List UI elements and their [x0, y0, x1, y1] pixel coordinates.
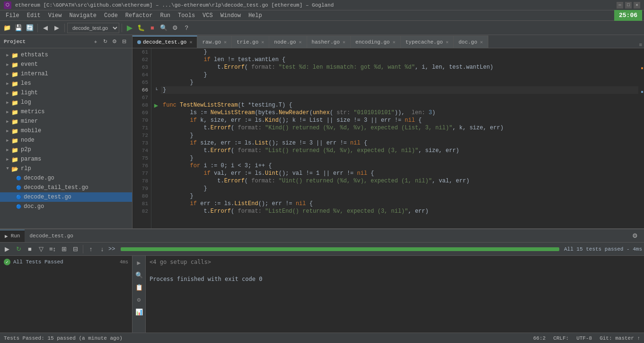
- sort-btn[interactable]: ≡↕: [47, 244, 58, 254]
- line-num-63: 63: [132, 63, 151, 71]
- tab-decode-test[interactable]: decode_test.go ✕: [132, 36, 197, 48]
- sidebar-item-miner[interactable]: ▶ 📁 miner: [0, 117, 132, 126]
- expand-btn[interactable]: ⊞: [59, 244, 69, 254]
- gutter-mark-1: [641, 67, 643, 69]
- sidebar-item-decode-tail-test[interactable]: 🔵 decode_tail_test.go: [0, 183, 132, 192]
- tab-close-btn[interactable]: ✕: [393, 39, 396, 45]
- menu-view[interactable]: View: [44, 11, 66, 20]
- collapse-btn[interactable]: ⊟: [70, 244, 80, 254]
- tab-close-btn[interactable]: ✕: [189, 39, 192, 45]
- toolbar-save-btn[interactable]: 💾: [13, 23, 24, 33]
- bottom-settings-btn[interactable]: ⚙: [630, 231, 640, 241]
- run-icon: ▶: [5, 233, 8, 239]
- toolbar-gear-btn[interactable]: ⚙: [170, 23, 180, 33]
- run-item-all-tests[interactable]: ✓ All Tests Passed 4ms: [0, 258, 132, 266]
- tab-close-btn[interactable]: ✕: [299, 39, 302, 45]
- sidebar-item-label: miner: [21, 118, 38, 125]
- menu-help[interactable]: Help: [245, 11, 266, 20]
- bottom-tab-run[interactable]: ▶ Run: [0, 230, 25, 242]
- sidebar-item-ethstats[interactable]: ▶ 📁 ethstats: [0, 50, 132, 60]
- stop-btn[interactable]: ■: [147, 23, 158, 33]
- menu-code[interactable]: Code: [100, 11, 122, 20]
- tab-hasher[interactable]: hasher.go ✕: [307, 36, 351, 48]
- sidebar-item-event[interactable]: ▶ 📁 event: [0, 60, 132, 69]
- sidebar-collapse-btn[interactable]: ⊟: [120, 37, 128, 46]
- tab-trie[interactable]: trie.go ✕: [232, 36, 269, 48]
- status-line-ending: CRLF:: [553, 335, 569, 341]
- toolbar-back-btn[interactable]: ◀: [40, 23, 51, 33]
- file-dropdown[interactable]: decode_test.go: [67, 23, 119, 33]
- sidebar-item-rlp[interactable]: ▼ 📂 rlp: [0, 164, 132, 173]
- output-line-2: [150, 266, 640, 275]
- sidebar-sync-btn[interactable]: ↻: [101, 37, 109, 46]
- bottom-icon-1[interactable]: ▶: [134, 258, 144, 268]
- toolbar-separator-2: [64, 24, 65, 32]
- tab-close-btn[interactable]: ✕: [261, 39, 264, 45]
- tab-node[interactable]: node.go ✕: [269, 36, 307, 48]
- sidebar-item-decode-test[interactable]: 🔵 decode_test.go: [0, 192, 132, 202]
- run-tests-btn[interactable]: ▶: [2, 244, 12, 254]
- filter-btn[interactable]: ▽: [36, 244, 46, 254]
- rerun-tests-btn[interactable]: ↻: [13, 244, 24, 254]
- close-button[interactable]: ✕: [634, 2, 640, 9]
- toolbar-sync-btn[interactable]: 🔄: [25, 23, 35, 33]
- gutter-76: [151, 162, 161, 170]
- sidebar-item-internal[interactable]: ▶ 📁 internal: [0, 69, 132, 79]
- sidebar-item-decode-go[interactable]: 🔵 decode.go: [0, 173, 132, 183]
- output-line-1: <4 go setup calls>: [150, 258, 640, 266]
- menu-tools[interactable]: Tools: [174, 11, 199, 20]
- tab-close-btn[interactable]: ✕: [343, 39, 345, 45]
- menu-file[interactable]: File: [2, 11, 23, 20]
- tab-close-btn[interactable]: ✕: [224, 39, 227, 45]
- progress-bar: [121, 247, 559, 251]
- toolbar-expand-btn[interactable]: >>: [108, 246, 116, 253]
- prev-fail-btn[interactable]: ↑: [86, 244, 96, 254]
- sidebar-item-doc-go[interactable]: 🔵 doc.go: [0, 202, 132, 211]
- sidebar-item-params[interactable]: ▶ 📁 params: [0, 154, 132, 164]
- menu-vcs[interactable]: VCS: [199, 11, 217, 20]
- editor-tab-bar: decode_test.go ✕ raw.go ✕ trie.go ✕ node…: [132, 35, 644, 48]
- menu-run[interactable]: Run: [156, 11, 174, 20]
- sidebar-item-light[interactable]: ▶ 📁 light: [0, 88, 132, 98]
- menu-window[interactable]: Window: [217, 11, 245, 20]
- stop-tests-btn[interactable]: ■: [25, 244, 35, 254]
- sidebar-item-metrics[interactable]: ▶ 📁 metrics: [0, 107, 132, 117]
- toolbar-forward-btn[interactable]: ▶: [52, 23, 62, 33]
- toolbar-project-btn[interactable]: 📁: [2, 23, 12, 33]
- next-fail-btn[interactable]: ↓: [97, 244, 107, 254]
- bottom-icon-5[interactable]: 📊: [134, 307, 144, 317]
- tab-close-btn[interactable]: ✕: [446, 39, 449, 45]
- sidebar-settings-btn[interactable]: ⚙: [110, 37, 119, 46]
- toolbar-help-btn[interactable]: ?: [181, 23, 192, 33]
- run-btn[interactable]: ▶: [124, 23, 135, 33]
- menu-navigate[interactable]: Navigate: [65, 11, 100, 20]
- menu-edit[interactable]: Edit: [23, 11, 44, 20]
- bottom-icon-3[interactable]: 📋: [134, 282, 144, 293]
- line-num-71: 71: [132, 124, 151, 132]
- tab-typecache[interactable]: typecache.go ✕: [401, 36, 454, 48]
- toolbar-search-btn[interactable]: 🔍: [159, 23, 169, 33]
- progress-bar-container: [121, 247, 559, 251]
- gutter-75: [151, 154, 161, 162]
- sidebar-add-btn[interactable]: +: [91, 37, 100, 46]
- bottom-icon-4[interactable]: ⚙: [134, 295, 144, 305]
- sidebar-item-label: log: [21, 99, 31, 106]
- bottom-icon-2[interactable]: 🔍: [134, 270, 144, 280]
- tab-encoding[interactable]: encoding.go ✕: [351, 36, 401, 48]
- sidebar-item-les[interactable]: ▶ 📁 les: [0, 79, 132, 88]
- tab-overflow-btn[interactable]: ≡: [637, 42, 644, 48]
- sidebar-item-p2p[interactable]: ▶ 📁 p2p: [0, 145, 132, 154]
- tab-close-btn[interactable]: ✕: [480, 39, 483, 45]
- sidebar-item-log[interactable]: ▶ 📁 log: [0, 98, 132, 107]
- menu-refactor[interactable]: Refactor: [122, 11, 157, 20]
- minimize-button[interactable]: ─: [617, 2, 623, 9]
- sidebar-item-mobile[interactable]: ▶ 📁 mobile: [0, 126, 132, 135]
- code-content[interactable]: } if len != test.wantLen { t.Errorf( for…: [161, 48, 638, 228]
- maximize-button[interactable]: □: [625, 2, 632, 9]
- tab-doc[interactable]: doc.go ✕: [454, 36, 488, 48]
- bottom-tab-file[interactable]: decode_test.go: [25, 230, 78, 242]
- tab-raw[interactable]: raw.go ✕: [197, 36, 232, 48]
- debug-btn[interactable]: 🐛: [136, 23, 146, 33]
- sidebar-item-node[interactable]: ▶ 📁 node: [0, 135, 132, 145]
- gutter-73: [151, 139, 161, 147]
